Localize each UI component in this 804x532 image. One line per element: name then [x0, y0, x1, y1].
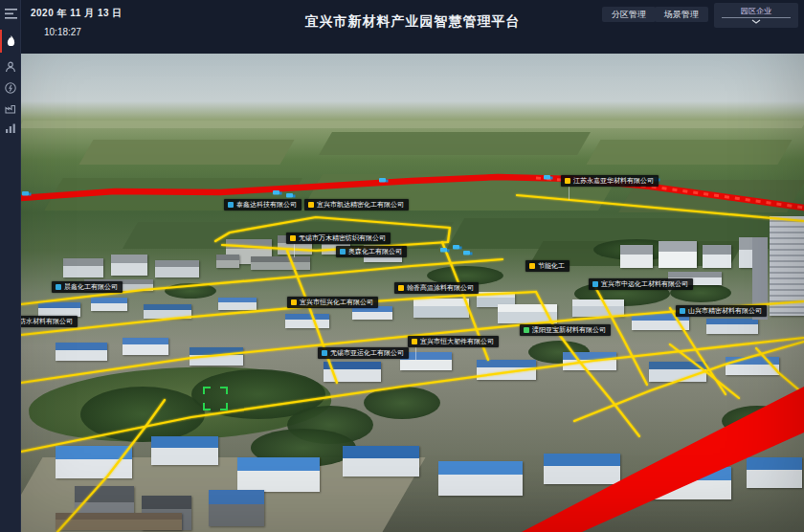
- truck-icon[interactable]: [22, 191, 32, 196]
- company-marker-icon: [308, 202, 314, 208]
- company-label-text: 节能化工: [538, 260, 565, 272]
- chevron-down-icon: [751, 19, 761, 24]
- truck-icon[interactable]: [440, 248, 450, 253]
- truck-icon[interactable]: [286, 193, 296, 198]
- company-label-text: 溧阳亚宝新材料有限公司: [532, 324, 606, 336]
- company-marker-icon: [524, 327, 529, 333]
- company-label[interactable]: 节能化工: [525, 260, 570, 272]
- company-label[interactable]: 翰香高温涂料有限公司: [394, 282, 479, 294]
- company-label-text: 宜兴市中远化工材料有限公司: [601, 278, 688, 290]
- label-connector: [294, 244, 295, 257]
- scene-manage-button[interactable]: 场景管理: [655, 7, 708, 22]
- company-label-text: 宜兴市凯达精密化工有限公司: [317, 199, 404, 211]
- top-header: 2020 年 11 月 13 日 10:18:27 宜兴市新材料产业园智慧管理平…: [21, 0, 804, 54]
- company-marker-icon: [322, 350, 327, 356]
- company-label[interactable]: 山兴市精密材料有限公司: [676, 305, 767, 317]
- company-label[interactable]: 江苏永嘉亚华材料有限公司: [561, 175, 659, 187]
- company-marker-icon: [680, 308, 685, 314]
- user-icon[interactable]: [0, 58, 21, 76]
- map-overlay-svg: [0, 0, 804, 532]
- company-label[interactable]: 无锡市万木精密纺织有限公司: [286, 233, 391, 244]
- company-label[interactable]: 宜兴市恒大塑件有限公司: [408, 336, 499, 347]
- company-label[interactable]: 晨鑫化工有限公司: [52, 281, 123, 293]
- company-label[interactable]: 宜兴市凯达精密化工有限公司: [304, 199, 409, 211]
- congested-road-red: [21, 177, 804, 532]
- company-marker-icon: [56, 284, 61, 290]
- dropdown-label: 园区企业: [741, 7, 771, 15]
- label-connector: [569, 187, 570, 200]
- zone-manage-button[interactable]: 分区管理: [602, 7, 656, 22]
- app-window: 泰鑫达科技有限公司宜兴市凯达精密化工有限公司无锡市万木精密纺织有限公司奥森化工有…: [0, 0, 804, 532]
- company-label[interactable]: 奥森化工有限公司: [336, 246, 407, 257]
- company-label[interactable]: 泰鑫达科技有限公司: [224, 199, 302, 211]
- time-text: 10:18:27: [44, 27, 123, 37]
- truck-icon[interactable]: [453, 245, 462, 250]
- company-label-text: 无锡市万木精密纺织有限公司: [299, 233, 386, 244]
- company-label[interactable]: 宜兴市中远化工材料有限公司: [589, 278, 693, 290]
- company-marker-icon: [228, 202, 234, 208]
- company-label[interactable]: 宜兴市恒兴化工有限公司: [287, 297, 378, 308]
- company-marker-icon: [398, 285, 404, 291]
- company-marker-icon: [592, 281, 598, 287]
- company-marker-icon: [290, 235, 296, 241]
- bar-chart-icon[interactable]: [0, 120, 21, 137]
- truck-icon[interactable]: [463, 251, 473, 255]
- dropdown-divider: [722, 17, 791, 18]
- company-marker-icon: [529, 263, 535, 269]
- company-marker-icon: [291, 299, 297, 305]
- company-label[interactable]: 无锡市亚运化工有限公司: [318, 347, 409, 359]
- company-label-text: 晨鑫化工有限公司: [64, 281, 118, 293]
- datetime-block: 2020 年 11 月 13 日 10:18:27: [31, 7, 123, 37]
- company-marker-icon: [412, 339, 417, 344]
- map-3d-view[interactable]: 泰鑫达科技有限公司宜兴市凯达精密化工有限公司无锡市万木精密纺织有限公司奥森化工有…: [0, 0, 804, 532]
- selection-bracket: [204, 388, 227, 410]
- page-title: 宜兴市新材料产业园智慧管理平台: [305, 13, 521, 31]
- company-label-text: 奥森化工有限公司: [348, 246, 402, 257]
- label-connector: [415, 347, 416, 361]
- menu-icon[interactable]: [0, 5, 21, 22]
- fire-icon[interactable]: [0, 33, 21, 50]
- company-label-text: 翰香高温涂料有限公司: [407, 282, 474, 294]
- truck-icon[interactable]: [379, 178, 389, 183]
- company-marker-icon: [340, 249, 346, 255]
- company-label[interactable]: 溧阳亚宝新材料有限公司: [520, 324, 611, 336]
- company-label-text: 泰鑫达科技有限公司: [236, 199, 297, 211]
- company-label-text: 宜兴市恒兴化工有限公司: [300, 297, 373, 308]
- date-text: 2020 年 11 月 13 日: [31, 7, 123, 20]
- company-label-text: 宜兴市恒大塑件有限公司: [420, 336, 494, 347]
- company-label-text: 无锡市亚运化工有限公司: [330, 347, 404, 359]
- energy-icon[interactable]: [0, 79, 21, 97]
- factory-icon[interactable]: [0, 100, 21, 117]
- company-label-text: 江苏永嘉亚华材料有限公司: [573, 175, 654, 187]
- company-marker-icon: [565, 178, 570, 184]
- park-enterprise-dropdown[interactable]: 园区企业: [714, 3, 798, 28]
- company-label-text: 山兴市精密材料有限公司: [688, 305, 762, 317]
- left-sidebar: [0, 0, 21, 532]
